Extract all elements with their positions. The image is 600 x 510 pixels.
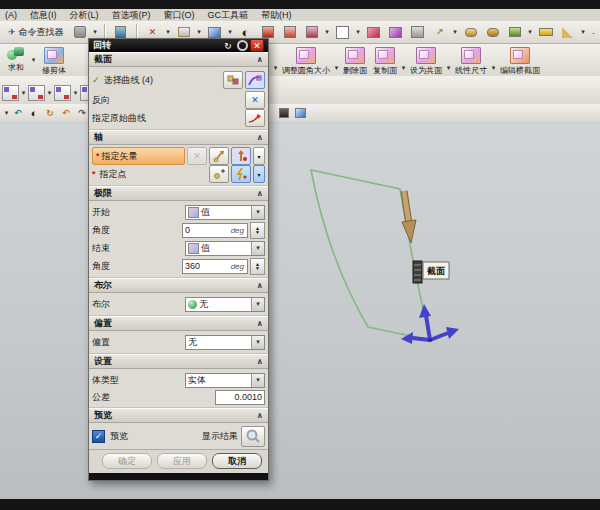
offset-dropdown[interactable]: 无 ▾ (185, 335, 265, 350)
dropdown-arrow-icon[interactable]: ▾ (251, 242, 264, 255)
dropdown-caret-icon[interactable]: ▾ (46, 89, 53, 97)
cancel-button[interactable]: 取消 (212, 453, 262, 469)
link-face-icon[interactable] (461, 22, 481, 42)
dropdown-arrow-icon[interactable]: ▾ (251, 336, 264, 349)
vector-arrow-head[interactable] (402, 220, 416, 243)
ok-button[interactable]: 确定 (102, 453, 152, 469)
dropdown-caret-icon[interactable]: ▾ (324, 28, 331, 36)
section-header-boolean[interactable]: 布尔 ∧ (89, 278, 268, 293)
shaded-view-icon[interactable]: ◐ (26, 105, 42, 120)
blank-sketch-icon[interactable] (333, 22, 353, 42)
dropdown-caret-icon[interactable]: ▾ (445, 64, 452, 72)
axis-origin-point[interactable] (428, 338, 432, 342)
collapse-icon[interactable]: ∧ (257, 319, 264, 328)
menu-item-help[interactable]: 帮助(H) (260, 9, 293, 22)
dropdown-caret-icon[interactable]: ▾ (490, 64, 497, 72)
section-header-settings[interactable]: 设置 ∧ (89, 354, 268, 369)
start-angle-input[interactable]: 0 deg (182, 223, 248, 238)
dropdown-caret-icon[interactable]: ▾ (20, 89, 27, 97)
curve-rule-icon[interactable] (223, 71, 243, 89)
trim-body-button[interactable]: 修剪体 (39, 46, 69, 77)
datum-csys-icon[interactable] (54, 85, 71, 101)
collapse-icon[interactable]: ∧ (257, 357, 264, 366)
select-curve-button[interactable] (245, 71, 265, 89)
datum-vector-icon[interactable]: ↗ (430, 22, 450, 42)
pan-view-icon[interactable]: ↶ (58, 105, 74, 120)
sketch-profile-curve[interactable] (311, 170, 430, 340)
datum-axis-icon[interactable] (28, 85, 45, 101)
dropdown-caret-icon[interactable]: ▾ (30, 56, 37, 64)
dropdown-caret-icon[interactable]: ▾ (333, 64, 340, 72)
menu-item-window[interactable]: 窗口(O) (163, 9, 196, 22)
vector-type-button[interactable] (231, 147, 251, 165)
shell-icon[interactable] (408, 22, 428, 42)
toolbar-overflow-icon[interactable]: - (590, 29, 597, 36)
dropdown-caret-icon[interactable]: ▾ (72, 89, 79, 97)
collapse-icon[interactable]: ∧ (257, 189, 264, 198)
edit-cross-section-button[interactable]: 编辑横截面 (497, 46, 543, 77)
link-body-icon[interactable] (483, 22, 503, 42)
dropdown-caret-icon[interactable]: ▾ (527, 28, 534, 36)
point-dialog-button[interactable] (209, 165, 229, 183)
touch-mode-icon[interactable] (70, 22, 90, 42)
dialog-options-icon[interactable] (236, 40, 248, 51)
compare-icon[interactable] (505, 22, 525, 42)
axis-arrow-up-shaft[interactable] (426, 315, 430, 340)
section-header-limits[interactable]: 极限 ∧ (89, 186, 268, 201)
section-header-offset[interactable]: 偏置 ∧ (89, 316, 268, 331)
rotate-view-icon[interactable]: ↻ (42, 105, 58, 120)
menu-item-assembly[interactable]: (A) (4, 10, 18, 20)
menu-item-analysis[interactable]: 分析(L) (69, 9, 100, 22)
dropdown-caret-icon[interactable]: ▾ (580, 28, 587, 36)
dialog-title-bar[interactable]: 回转 ↻ ✕ (89, 39, 268, 52)
collapse-icon[interactable]: ∧ (257, 133, 264, 142)
collapse-icon[interactable]: ∧ (257, 55, 264, 64)
datum-plane-icon[interactable] (2, 85, 19, 101)
preview-checkbox[interactable]: ✓ (92, 430, 105, 443)
axis-arrow-right-head[interactable] (446, 327, 459, 339)
vector-dialog-button[interactable] (209, 147, 229, 165)
section-strip-icon[interactable] (536, 22, 556, 42)
collapse-icon[interactable]: ∧ (257, 281, 264, 290)
resize-blend-button[interactable]: 调整圆角大小 (279, 46, 333, 77)
dropdown-caret-icon[interactable]: ▾ (165, 28, 172, 36)
collapse-icon[interactable]: ∧ (257, 411, 264, 420)
undo-icon[interactable]: ↶ (10, 105, 26, 120)
point-dropdown-icon[interactable]: ▾ (253, 165, 265, 183)
reverse-direction-button[interactable]: ✕ (245, 91, 265, 109)
menu-item-preferences[interactable]: 首选项(P) (111, 9, 152, 22)
vector-dropdown-icon[interactable]: ▾ (253, 147, 265, 165)
measure-angle-icon[interactable] (558, 22, 578, 42)
start-type-dropdown[interactable]: 值 ▾ (185, 205, 265, 220)
delete-face-button[interactable]: 删除面 (340, 46, 370, 77)
dropdown-caret-icon[interactable]: ▾ (3, 109, 10, 117)
unite-button[interactable]: 求和 (4, 46, 28, 74)
boolean-dropdown[interactable]: 无 ▾ (185, 297, 265, 312)
end-type-dropdown[interactable]: 值 ▾ (185, 241, 265, 256)
axis-arrow-up-head[interactable] (419, 304, 431, 318)
dropdown-caret-icon[interactable]: ▾ (400, 64, 407, 72)
dropdown-caret-icon[interactable]: ▾ (92, 28, 99, 36)
wireframe-cube-icon[interactable] (292, 105, 308, 120)
point-snap-button[interactable] (231, 165, 251, 183)
tolerance-input[interactable]: 0.0010 (215, 390, 265, 405)
snapshot-icon[interactable] (276, 105, 292, 120)
dialog-reset-icon[interactable]: ↻ (222, 40, 234, 51)
dropdown-caret-icon[interactable]: ▾ (196, 28, 203, 36)
boss-feature-icon[interactable] (280, 22, 300, 42)
apply-button[interactable]: 应用 (157, 453, 207, 469)
axis-arrow-right-shaft[interactable] (430, 333, 448, 340)
dropdown-caret-icon[interactable]: ▾ (452, 28, 459, 36)
end-angle-input[interactable]: 360 deg (182, 259, 248, 274)
pocket-feature-icon[interactable] (302, 22, 322, 42)
dropdown-arrow-icon[interactable]: ▾ (251, 206, 264, 219)
dropdown-caret-icon[interactable]: ▾ (355, 28, 362, 36)
specify-vector-row[interactable]: * 指定矢量 (92, 147, 185, 165)
dropdown-arrow-icon[interactable]: ▾ (251, 374, 264, 387)
show-result-button[interactable] (241, 426, 265, 447)
move-face-icon[interactable] (364, 22, 384, 42)
section-header-preview[interactable]: 预览 ∧ (89, 408, 268, 423)
end-angle-spinner[interactable]: ▲▼ (250, 258, 265, 275)
dropdown-caret-icon[interactable]: ▾ (227, 28, 234, 36)
command-finder-button[interactable]: ✈ 命令查找器 (4, 23, 68, 42)
